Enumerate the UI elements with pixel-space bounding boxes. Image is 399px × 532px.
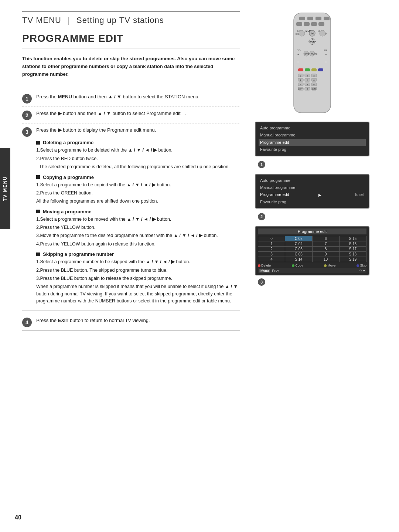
svg-text:◄: ◄ xyxy=(309,40,311,43)
screen-2-badge: 2 xyxy=(258,213,265,220)
table-cell: S 16 xyxy=(339,241,366,247)
table-cell: 8 xyxy=(312,247,339,252)
table-cell: S 18 xyxy=(339,252,366,257)
screen-2-wrapper: Auto programme Manual programme Programm… xyxy=(255,174,369,221)
table-cell: 3 xyxy=(258,252,285,257)
svg-text:+: + xyxy=(325,53,327,56)
menu-item-manual2: Manual programme xyxy=(259,184,366,191)
table-row: 4 S 14 10 S 19 xyxy=(258,257,366,262)
table-cell: 9 xyxy=(312,252,339,257)
list-item: 3.Press the BLUE button again to release… xyxy=(36,275,240,282)
table-cell: S 15 xyxy=(339,236,366,241)
table-cell: 1 xyxy=(258,241,285,247)
svg-rect-3 xyxy=(316,17,321,20)
menu-item-fav: Favourite prog. xyxy=(259,146,366,153)
footer-move-label: Move xyxy=(327,264,335,267)
prog-footer: Delete Copy Move Skip xyxy=(258,264,366,267)
table-cell: 6 xyxy=(312,236,339,241)
step-1-circle: 1 xyxy=(22,94,32,104)
menu-item-prog-edit2: Programme edit xyxy=(259,191,290,198)
menu-item-prog-edit: Programme edit xyxy=(259,139,366,146)
screen-2: Auto programme Manual programme Programm… xyxy=(255,174,369,209)
screen-1-badge: 1 xyxy=(258,161,265,168)
list-item: 2.Press the YELLOW button. xyxy=(36,224,240,231)
svg-text:VOL: VOL xyxy=(297,49,302,51)
list-item: The selected programme is deleted, all t… xyxy=(36,163,240,170)
side-tab-label: TV MENU xyxy=(3,176,8,201)
list-item: 1.Select a programme to be copied with t… xyxy=(36,182,240,189)
menu-bar-prev: Prev. xyxy=(272,269,280,272)
svg-rect-4 xyxy=(324,17,330,20)
screen-1: Auto programme Manual programme Programm… xyxy=(255,122,369,156)
menu-item-fav2: Favourite prog. xyxy=(259,199,366,206)
svg-point-14 xyxy=(299,30,305,36)
svg-rect-8 xyxy=(318,22,324,26)
step-2-text: Press the ▶ button and then ▲ / ▼ button… xyxy=(36,110,240,117)
list-item: 3.Move the programme to the desired prog… xyxy=(36,232,240,239)
svg-text:MUTE: MUTE xyxy=(311,53,317,55)
svg-text:M: M xyxy=(311,32,314,35)
footer-move: Move xyxy=(324,264,335,267)
table-row: 0 C 02 6 S 15 xyxy=(258,236,366,241)
black-square-icon xyxy=(36,210,40,213)
step-1: 1 Press the MENU button and then ▲ / ▼ b… xyxy=(22,93,240,107)
sub-section-moving-content: 1.Select a programme to be moved with th… xyxy=(36,216,240,248)
table-cell: 10 xyxy=(312,257,339,262)
menu-bar-menu: Menu xyxy=(259,269,270,272)
sub-section-skipping-title: Skipping a programme number xyxy=(36,251,240,257)
footer-delete: Delete xyxy=(258,264,271,267)
svg-rect-42 xyxy=(311,68,317,71)
sub-section-copying-title: Copying a programme xyxy=(36,174,240,180)
screen-3-badge: 3 xyxy=(258,278,265,286)
sub-section-deleting-title: Deleting a programme xyxy=(36,140,240,145)
menu-item-toset: To set xyxy=(353,192,366,198)
section-title: PROGRAMME EDIT xyxy=(22,33,240,48)
table-cell: S 17 xyxy=(339,247,366,252)
black-square-icon xyxy=(36,175,40,179)
table-cell: C 02 xyxy=(285,236,312,241)
side-tab: TV MENU xyxy=(0,148,10,229)
list-item: 4.Press the YELLOW button again to relea… xyxy=(36,241,240,248)
black-square-icon xyxy=(36,253,40,256)
menu-item-auto: Auto programme xyxy=(259,125,366,132)
red-dot-icon xyxy=(258,264,260,267)
page-number: 40 xyxy=(15,514,21,521)
table-cell: 0 xyxy=(258,236,285,241)
footer-skip: Skip xyxy=(357,264,366,267)
svg-rect-6 xyxy=(304,22,310,26)
table-cell: C 05 xyxy=(285,247,312,252)
table-row: 3 C 06 9 S 18 xyxy=(258,252,366,257)
sub-section-copying-content: 1.Select a programme to be copied with t… xyxy=(36,182,240,205)
footer-skip-label: Skip xyxy=(360,264,366,267)
svg-rect-41 xyxy=(305,68,310,71)
sub-section-moving-title: Moving a programme xyxy=(36,209,240,214)
menu-item-manual: Manual programme xyxy=(259,132,366,139)
table-cell: C 06 xyxy=(285,252,312,257)
intro-text: This function enables you to delete or s… xyxy=(22,55,240,78)
green-dot-icon xyxy=(292,264,294,267)
main-content: TV MENU | Setting up TV stations PROGRAM… xyxy=(11,0,248,532)
sub-section-deleting-content: 1.Select a programme to be deleted with … xyxy=(36,147,240,170)
menu-bar-icon: ☆ ● xyxy=(359,269,365,272)
black-square-icon xyxy=(36,141,40,145)
table-row: 1 C 04 7 S 16 xyxy=(258,241,366,247)
menu-item-auto2: Auto programme xyxy=(259,177,366,184)
list-item: 1.Select a programme number to be skippe… xyxy=(36,258,240,265)
list-item: 2.Press the BLUE button. The skipped pro… xyxy=(36,267,240,274)
svg-text:Q.M: Q.M xyxy=(312,88,316,90)
list-item: All the following programmes are shifted… xyxy=(36,198,240,205)
svg-text:LIST: LIST xyxy=(298,88,303,90)
table-row: 2 C 05 8 S 17 xyxy=(258,247,366,252)
svg-point-17 xyxy=(320,30,325,36)
svg-rect-2 xyxy=(307,17,313,20)
list-item: When a programme number is skipped it me… xyxy=(36,283,240,305)
prog-table: 0 C 02 6 S 15 1 C 04 7 S 16 2 C 05 8 xyxy=(258,236,366,262)
table-cell: 7 xyxy=(312,241,339,247)
step-2: 2 Press the ▶ button and then ▲ / ▼ butt… xyxy=(22,110,240,123)
sub-sections: Deleting a programme 1.Select a programm… xyxy=(36,140,240,305)
step-2-circle: 2 xyxy=(22,111,32,120)
svg-rect-5 xyxy=(296,22,302,26)
sub-section-skipping-content: 1.Select a programme number to be skippe… xyxy=(36,258,240,305)
svg-text:PR: PR xyxy=(324,49,327,51)
svg-text:+: + xyxy=(297,53,299,56)
